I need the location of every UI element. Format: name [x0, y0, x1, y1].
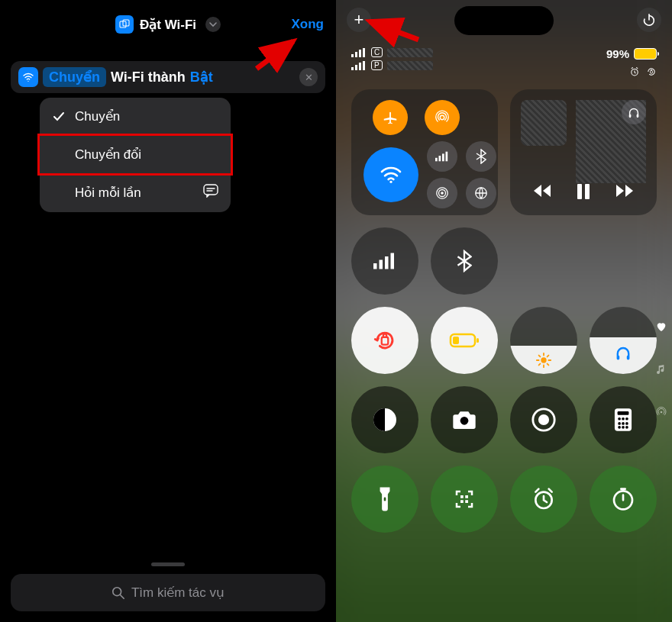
chevron-down-icon[interactable] [205, 17, 221, 32]
dark-mode-icon [371, 406, 399, 433]
heart-icon[interactable] [655, 321, 667, 333]
svg-rect-27 [577, 184, 582, 199]
svg-point-50 [622, 422, 625, 425]
done-button[interactable]: Xong [292, 17, 325, 32]
sheet-grabber[interactable] [151, 562, 185, 566]
bluetooth-icon [457, 250, 472, 272]
svg-rect-35 [453, 337, 459, 344]
svg-rect-10 [355, 65, 357, 70]
headphones-icon [614, 343, 632, 362]
orientation-lock-toggle[interactable] [351, 307, 418, 374]
power-button[interactable] [637, 8, 661, 32]
alarm-icon [531, 487, 556, 511]
menu-item-turn[interactable]: Chuyển [40, 98, 231, 136]
brightness-icon [535, 352, 552, 369]
globe-icon [474, 186, 488, 200]
svg-rect-32 [391, 253, 395, 269]
brightness-slider[interactable] [510, 307, 577, 374]
wifi-icon [379, 163, 403, 187]
svg-rect-9 [351, 67, 354, 70]
dark-mode-toggle[interactable] [351, 386, 418, 453]
camera-icon [452, 409, 477, 430]
svg-point-47 [622, 417, 625, 421]
cellular-icon [435, 151, 449, 162]
menu-item-label: Hỏi mỗi lần [75, 185, 141, 201]
battery-icon [634, 48, 657, 60]
svg-point-21 [441, 192, 444, 195]
forward-button[interactable] [615, 183, 635, 198]
hotspot-icon [435, 186, 449, 200]
airdrop-button[interactable] [425, 100, 460, 135]
close-icon: ✕ [305, 72, 313, 83]
low-power-mode-toggle[interactable] [431, 307, 498, 374]
svg-rect-45 [618, 411, 629, 415]
cellular-data-button[interactable] [427, 141, 457, 172]
svg-point-52 [618, 426, 621, 429]
svg-rect-31 [385, 256, 389, 269]
timer-button[interactable] [590, 466, 657, 533]
status-bar: C P 99% [336, 32, 672, 83]
cellular-signal-icon [351, 48, 367, 57]
add-control-button[interactable]: + [347, 8, 371, 32]
qr-scanner-button[interactable] [431, 466, 498, 533]
menu-item-toggle[interactable]: Chuyển đổi [37, 134, 233, 176]
dynamic-island [454, 6, 554, 35]
cellular-icon [373, 253, 396, 269]
action-set-wifi[interactable]: Chuyển Wi-Fi thành Bật ✕ [11, 61, 325, 93]
checkmark-icon [52, 111, 66, 123]
svg-rect-25 [629, 114, 632, 118]
volume-slider[interactable] [590, 307, 657, 374]
music-note-icon[interactable] [655, 363, 667, 375]
svg-point-62 [661, 411, 663, 414]
airplane-mode-button[interactable] [373, 100, 408, 135]
alarm-button[interactable] [510, 466, 577, 533]
svg-rect-55 [384, 497, 386, 501]
svg-rect-2 [204, 185, 218, 195]
flashlight-button[interactable] [351, 466, 418, 533]
svg-rect-20 [446, 152, 448, 162]
editor-header: Đặt Wi-Fi Xong [0, 0, 336, 46]
remove-action-button[interactable]: ✕ [299, 68, 318, 86]
calculator-icon [613, 408, 633, 432]
svg-point-3 [113, 587, 121, 595]
svg-rect-59 [465, 500, 468, 503]
svg-rect-36 [477, 338, 479, 343]
now-playing-module[interactable] [510, 89, 657, 215]
svg-rect-6 [355, 52, 357, 57]
hotspot-button[interactable] [427, 178, 457, 208]
bluetooth-icon [476, 149, 486, 164]
airdrop-icon [434, 109, 451, 126]
camera-button[interactable] [431, 386, 498, 453]
vpn-button[interactable] [466, 178, 496, 208]
svg-rect-12 [363, 61, 365, 70]
shortcut-title-pill[interactable]: Đặt Wi-Fi [115, 15, 221, 34]
calculator-button[interactable] [590, 386, 657, 453]
svg-rect-7 [359, 50, 361, 57]
action-verb-token[interactable]: Chuyển [43, 67, 106, 87]
alarm-icon [629, 66, 640, 77]
svg-rect-29 [373, 263, 377, 269]
bluetooth-button[interactable] [466, 141, 496, 172]
hotspot-dot-icon[interactable] [655, 406, 667, 418]
rewind-button[interactable] [532, 183, 552, 198]
svg-point-48 [625, 417, 628, 421]
album-art [521, 100, 567, 146]
carrier-name-redacted [387, 61, 433, 70]
rotation-lock-icon [646, 66, 657, 77]
screen-record-button[interactable] [510, 386, 577, 453]
battery-percent: 99% [606, 47, 629, 60]
action-state-token[interactable]: Bật [190, 69, 213, 85]
pause-button[interactable] [577, 183, 590, 200]
wifi-button[interactable] [363, 147, 418, 202]
svg-rect-33 [382, 337, 389, 345]
svg-point-41 [460, 417, 469, 425]
menu-item-ask[interactable]: Hỏi mỗi lần [40, 173, 231, 212]
svg-point-15 [440, 115, 444, 120]
search-actions-field[interactable]: Tìm kiếm tác vụ [11, 574, 325, 611]
output-device-button[interactable] [622, 100, 646, 124]
bluetooth-toggle[interactable] [431, 227, 498, 295]
carrier-name-redacted [387, 48, 433, 57]
flashlight-icon [378, 486, 392, 512]
cellular-toggle[interactable] [351, 227, 418, 295]
svg-rect-56 [460, 495, 464, 498]
